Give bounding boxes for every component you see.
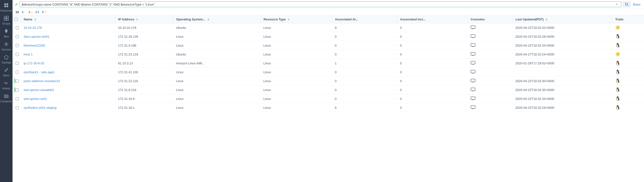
linux-trait-icon: 🐧 — [615, 43, 620, 48]
sidebar-label-containers: Containers — [0, 100, 12, 103]
col-header-ip[interactable]: IP Address ⇅ — [115, 16, 173, 23]
row-name[interactable]: opsStack1 - rails-app1 — [21, 68, 115, 77]
svg-marker-9 — [4, 55, 8, 59]
row-checkbox[interactable] — [16, 97, 19, 100]
row-indicator-none — [14, 52, 15, 57]
table-row: ip-172-26-8-2081.10.3.13Amazon Linux AMI… — [12, 59, 644, 68]
row-associated-al: 0 — [332, 50, 397, 59]
row-checkbox[interactable] — [16, 71, 19, 74]
row-consoles[interactable] — [468, 103, 512, 112]
console-icon[interactable] — [470, 62, 476, 66]
svg-rect-15 — [471, 26, 475, 29]
row-consoles[interactable] — [468, 41, 512, 50]
row-checkbox[interactable] — [16, 53, 19, 56]
sites-icon — [4, 29, 9, 35]
row-name[interactable]: ip-172-26-8-20 — [21, 59, 115, 68]
table-row: sed-upmon-canada01172.31.8.216LinuxLinux… — [12, 86, 644, 94]
row-name[interactable]: pod1-webmon-mumbai-01 — [21, 77, 115, 86]
row-os: Ubuntu — [173, 50, 260, 59]
row-name[interactable]: 10.10.10.178 — [21, 23, 115, 32]
row-name[interactable]: fishertest12345 — [21, 41, 115, 50]
row-name[interactable]: Host 1 — [21, 50, 115, 59]
row-consoles[interactable] — [468, 86, 512, 94]
col-header-traits: Traits — [612, 16, 644, 23]
row-consoles[interactable] — [468, 23, 512, 32]
sidebar-label-maint: Maint — [3, 74, 9, 77]
total-count: 10 — [16, 10, 19, 14]
console-icon[interactable] — [470, 35, 476, 39]
row-checkbox[interactable] — [16, 88, 19, 91]
row-last-updated: 2020-04-22T18:32:32+0000 — [512, 23, 612, 32]
sidebar-item-maint[interactable]: Maint — [0, 66, 12, 79]
console-icon[interactable] — [470, 26, 476, 30]
row-consoles[interactable] — [468, 68, 512, 77]
svg-rect-2 — [4, 5, 6, 7]
row-associated-al: 0 — [332, 77, 397, 86]
row-ip: 172.31.28.139 — [115, 32, 173, 41]
console-icon[interactable] — [470, 80, 476, 83]
table-wrapper: Name ⇅ IP Address ⇅ Operating System... … — [12, 16, 644, 182]
row-checkbox[interactable] — [16, 26, 19, 29]
sidebar-item-topology[interactable]: Topology — [0, 53, 12, 66]
console-icon[interactable] — [470, 71, 476, 75]
row-consoles[interactable] — [468, 94, 512, 103]
table-row: pod1-webmon-mumbai-01172.31.22.116LinuxL… — [12, 77, 644, 86]
summary-bar: 10 2 ↑ 8 ↓ 0 ℹ 0 ? — [12, 9, 644, 16]
row-name[interactable]: sed-upmon-canada01 — [21, 86, 115, 94]
console-icon[interactable] — [470, 53, 476, 57]
row-associated-al: 0 — [332, 32, 397, 41]
row-consoles[interactable] — [468, 50, 512, 59]
select-all-checkbox[interactable] — [14, 17, 18, 21]
row-associated-al: 9 — [332, 23, 397, 32]
row-consoles[interactable] — [468, 59, 512, 68]
sidebar-item-services[interactable]: Services — [0, 40, 12, 53]
row-consoles[interactable] — [468, 32, 512, 41]
search-input[interactable] — [22, 3, 614, 6]
linux-trait-icon: 🐧 — [615, 61, 620, 66]
svg-rect-11 — [5, 95, 6, 97]
col-header-assoc-al[interactable]: Associated Al... — [332, 16, 397, 23]
sidebar-item-sites[interactable]: Sites — [0, 27, 12, 40]
svg-rect-4 — [4, 16, 6, 18]
col-inci-label: Associated Inci... — [400, 17, 426, 21]
row-resource-type: Linux — [260, 41, 332, 50]
row-checkbox[interactable] — [16, 80, 19, 83]
col-header-assoc-inci[interactable]: Associated Inci... — [397, 16, 468, 23]
activity-icon — [4, 81, 9, 87]
table-row: synthetics-vn01-staging172.31.18.1LinuxL… — [12, 103, 644, 112]
col-header-consoles[interactable]: Consoles — [468, 16, 512, 23]
sidebar-item-groups[interactable]: Groups — [0, 14, 12, 27]
row-checkbox[interactable] — [16, 62, 19, 65]
linux-trait-icon: 🐧 — [615, 79, 620, 83]
col-header-resource-type[interactable]: Resource Type ⇅ — [260, 16, 332, 23]
console-icon[interactable] — [470, 97, 476, 101]
linux-trait-icon: 🐧 — [615, 96, 620, 101]
row-last-updated: 2020-04-22T18:32:28+0000 — [512, 32, 612, 41]
console-icon[interactable] — [470, 44, 476, 48]
row-checkbox[interactable] — [16, 44, 19, 47]
console-icon[interactable] — [470, 89, 476, 92]
sdtn-count: 0 — [42, 10, 44, 14]
sidebar-item-containers[interactable]: Containers — [0, 92, 12, 105]
row-name[interactable]: 3acc-upmon-sfo01 — [21, 32, 115, 41]
groups-icon — [4, 16, 9, 22]
col-al-label: Associated Al... — [335, 17, 358, 21]
search-button[interactable] — [623, 1, 630, 7]
col-header-last-updated[interactable]: Last Updated(PDT) ⇅ — [512, 16, 612, 23]
basic-link[interactable]: Basic — [632, 3, 642, 6]
row-name[interactable]: synthetics-vn01-staging — [21, 103, 115, 112]
sidebar-item-activity[interactable]: Activity — [0, 79, 12, 92]
row-associated-inci: 0 — [397, 32, 468, 41]
row-consoles[interactable] — [468, 77, 512, 86]
console-icon[interactable] — [470, 106, 476, 110]
row-os: Linux — [173, 77, 260, 86]
sidebar-item-resources[interactable]: Resources — [0, 1, 12, 14]
row-name[interactable]: sed-upmon-us01 — [21, 94, 115, 103]
col-header-name[interactable]: Name ⇅ — [21, 16, 115, 23]
col-header-os[interactable]: Operating System... ⇅ — [173, 16, 260, 23]
search-clear-button[interactable]: ✕ — [614, 2, 619, 6]
sidebar-label-services: Services — [2, 48, 11, 51]
select-all-header[interactable] — [12, 16, 21, 23]
row-checkbox[interactable] — [16, 106, 19, 109]
row-checkbox[interactable] — [16, 35, 19, 38]
